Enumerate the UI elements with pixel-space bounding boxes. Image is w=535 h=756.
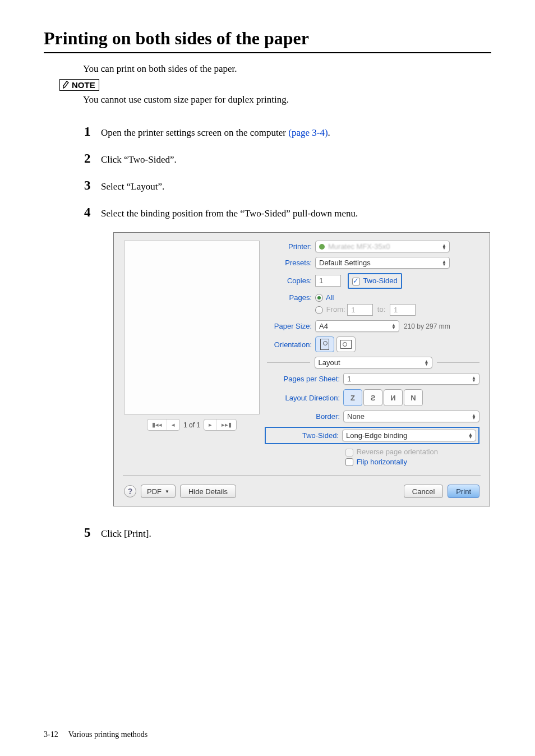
pages-to-label: to: xyxy=(377,305,385,314)
note-body: You cannot use custom size paper for dup… xyxy=(83,94,491,105)
printer-status-dot-icon xyxy=(319,244,325,250)
preview-next-button[interactable]: ▸ xyxy=(204,420,217,430)
layout-direction-2-button[interactable]: Ƨ xyxy=(363,389,382,406)
section-select[interactable]: Layout ▲▼ xyxy=(315,357,432,368)
pages-to-input[interactable]: 1 xyxy=(390,304,416,316)
step-1-text-a: Open the printer settings screen on the … xyxy=(101,127,288,138)
presets-select[interactable]: Default Settings ▲▼ xyxy=(315,257,450,269)
pages-label: Pages: xyxy=(267,293,312,302)
printer-label: Printer: xyxy=(267,242,312,251)
layout-direction-label: Layout Direction: xyxy=(267,394,340,402)
chevron-updown-icon: ▲▼ xyxy=(420,360,428,366)
page-title: Printing on both sides of the paper xyxy=(44,28,491,53)
presets-label: Presets: xyxy=(267,259,312,267)
cancel-button[interactable]: Cancel xyxy=(404,485,443,498)
flip-horizontally-label: Flip horizontally xyxy=(357,458,407,466)
chevron-updown-icon: ▲▼ xyxy=(467,414,476,420)
chevron-updown-icon: ▲▼ xyxy=(464,433,472,439)
paper-size-label: Paper Size: xyxy=(267,322,312,330)
step-4: 4 Select the binding position from the “… xyxy=(84,205,491,220)
preview-page-count: 1 of 1 xyxy=(183,421,200,429)
printer-select[interactable]: Muratec MFX-35x0 ▲▼ xyxy=(315,241,450,252)
orientation-landscape-button[interactable] xyxy=(336,336,356,352)
step-3-text: Select “Layout”. xyxy=(101,181,164,192)
step-number: 1 xyxy=(84,125,101,139)
footer-page-number: 3-12 xyxy=(44,730,58,739)
two-sided-checkbox[interactable] xyxy=(352,278,360,285)
presets-value: Default Settings xyxy=(319,259,371,267)
note-label: NOTE xyxy=(72,80,95,90)
pages-per-sheet-label: Pages per Sheet: xyxy=(267,375,340,383)
section-select-value: Layout xyxy=(319,358,340,367)
chevron-updown-icon: ▲▼ xyxy=(387,324,395,329)
preview-prev-button[interactable]: ◂ xyxy=(167,420,179,430)
intro-text: You can print on both sides of the paper… xyxy=(83,63,491,75)
preview-first-button[interactable]: ▮◂◂ xyxy=(147,420,167,430)
step-2: 2 Click “Two-Sided”. xyxy=(84,151,491,166)
pdf-menu-button[interactable]: PDF ▼ xyxy=(141,485,176,498)
hide-details-button[interactable]: Hide Details xyxy=(180,485,236,498)
pencil-icon xyxy=(62,81,70,89)
two-sided-select[interactable]: Long-Edge binding ▲▼ xyxy=(342,430,476,441)
step-1: 1 Open the printer settings screen on th… xyxy=(84,125,491,139)
two-sided-checkbox-label: Two-Sided xyxy=(363,276,397,285)
paper-size-dimensions: 210 by 297 mm xyxy=(404,322,450,330)
flip-horizontally-checkbox[interactable] xyxy=(345,458,353,466)
footer-section-name: Various printing methods xyxy=(68,730,148,739)
step-5-text: Click [Print]. xyxy=(101,528,151,540)
pages-from-label: From: xyxy=(326,305,345,314)
page-footer: 3-12 Various printing methods xyxy=(44,730,147,739)
print-dialog: ▮◂◂ ◂ 1 of 1 ▸ ▸▸▮ Printer: Muratec MFX-… xyxy=(113,232,490,506)
layout-direction-4-button[interactable]: N xyxy=(404,389,423,406)
print-button[interactable]: Print xyxy=(448,485,479,498)
pages-per-sheet-value: 1 xyxy=(347,375,351,383)
reverse-orientation-checkbox[interactable] xyxy=(345,449,353,457)
two-sided-select-value: Long-Edge binding xyxy=(346,431,407,440)
paper-size-value: A4 xyxy=(319,322,328,330)
chevron-updown-icon: ▲▼ xyxy=(467,376,476,382)
border-select[interactable]: None ▲▼ xyxy=(343,411,479,422)
copies-input[interactable]: 1 xyxy=(315,275,341,287)
preview-nav: ▮◂◂ ◂ 1 of 1 ▸ ▸▸▮ xyxy=(124,419,260,431)
orientation-portrait-button[interactable] xyxy=(315,336,334,352)
pages-range-radio[interactable] xyxy=(315,306,323,314)
chevron-updown-icon: ▲▼ xyxy=(437,244,446,250)
page-ref-link[interactable]: (page 3-4) xyxy=(288,127,328,138)
step-number: 5 xyxy=(84,525,101,540)
reverse-orientation-label: Reverse page orientation xyxy=(357,448,438,456)
printer-name: Muratec MFX-35x0 xyxy=(328,242,390,251)
step-1-text-b: . xyxy=(328,127,330,138)
copies-label: Copies: xyxy=(267,276,312,285)
paper-size-select[interactable]: A4 ▲▼ xyxy=(315,320,399,332)
border-value: None xyxy=(347,412,365,421)
preview-last-button[interactable]: ▸▸▮ xyxy=(217,420,236,430)
pages-all-label: All xyxy=(326,293,334,302)
step-2-text: Click “Two-Sided”. xyxy=(101,154,177,165)
layout-direction-3-button[interactable]: И xyxy=(384,389,403,406)
orientation-label: Orientation: xyxy=(267,340,312,349)
print-preview-thumbnail xyxy=(124,241,260,414)
step-3: 3 Select “Layout”. xyxy=(84,178,491,193)
layout-direction-1-button[interactable]: Z xyxy=(343,389,362,406)
help-button[interactable]: ? xyxy=(124,485,136,497)
two-sided-row-highlight: Two-Sided: Long-Edge binding ▲▼ xyxy=(265,427,479,444)
step-number: 2 xyxy=(84,151,101,166)
pages-all-radio[interactable] xyxy=(315,294,323,302)
chevron-updown-icon: ▲▼ xyxy=(437,260,446,266)
two-sided-highlight: Two-Sided xyxy=(348,273,402,289)
step-number: 3 xyxy=(84,178,101,193)
border-label: Border: xyxy=(267,412,340,421)
two-sided-select-label: Two-Sided: xyxy=(268,431,339,440)
chevron-down-icon: ▼ xyxy=(165,489,169,494)
pages-from-input[interactable]: 1 xyxy=(347,304,373,316)
step-4-text: Select the binding position from the “Tw… xyxy=(101,208,358,219)
step-number: 4 xyxy=(84,205,101,220)
note-label-box: NOTE xyxy=(59,79,99,91)
pdf-button-label: PDF xyxy=(147,487,162,496)
step-5: 5 Click [Print]. xyxy=(84,525,491,540)
pages-per-sheet-select[interactable]: 1 ▲▼ xyxy=(343,373,479,385)
